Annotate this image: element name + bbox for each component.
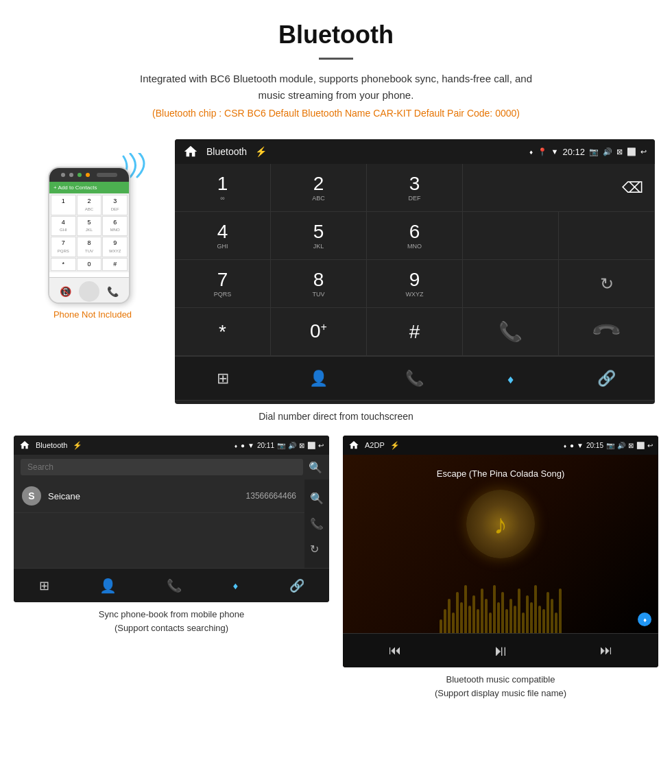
pb-nav-contacts[interactable]: 👤: [99, 578, 117, 594]
dial-key-9[interactable]: 9 WXYZ: [367, 260, 463, 308]
music-caption: Bluetooth music compatible(Support displ…: [435, 673, 566, 700]
eq-bar: [526, 595, 529, 633]
dial-call-red-cell[interactable]: 📞: [559, 308, 655, 356]
camera-icon: 📷: [589, 147, 599, 156]
header-specs: (Bluetooth chip : CSR BC6 Default Blueto…: [14, 108, 658, 119]
eq-bar: [481, 589, 483, 633]
pb-screen-icon: ⬜: [307, 442, 315, 449]
dial-key-2[interactable]: 2 ABC: [271, 164, 367, 212]
eq-bar: [505, 609, 508, 633]
pb-side-phone-icon[interactable]: 📞: [310, 517, 324, 530]
volume-icon: 🔊: [603, 147, 612, 156]
eq-bar: [460, 602, 463, 633]
pb-search-icon: 🔍: [309, 461, 322, 474]
bt-badge: ⬧: [638, 613, 651, 626]
eq-bar: [509, 599, 512, 633]
phone-dot-status: [77, 173, 82, 177]
pb-contact-area: S Seicane 13566664466 🔍 📞 ↻: [14, 479, 329, 568]
pb-search-input[interactable]: [21, 459, 303, 475]
phone-key-1: 1: [51, 195, 76, 215]
phone-key-7: 7PQRS: [51, 237, 76, 257]
pb-nav-grid[interactable]: ⊞: [39, 578, 49, 593]
nav-bluetooth-icon[interactable]: ⬧: [490, 370, 531, 388]
pb-side-search-icon[interactable]: 🔍: [310, 492, 324, 505]
phone-end-call-icon: 📵: [60, 286, 71, 297]
nav-link-icon[interactable]: 🔗: [586, 370, 627, 388]
pb-contact-initial: S: [22, 486, 41, 506]
eq-bar: [448, 599, 451, 633]
eq-bar: [452, 613, 455, 633]
music-prev-btn[interactable]: ⏮: [389, 643, 401, 658]
music-status-bar: A2DP ⚡ ⬧ ● ▼ 20:15 📷 🔊 ⊠ ⬜ ↩: [343, 436, 658, 455]
pb-bottom-nav: ⊞ 👤 📞 ⬧ 🔗: [14, 568, 329, 602]
pb-status-right: ⬧ ● ▼ 20:11 📷 🔊 ⊠ ⬜ ↩: [234, 442, 324, 449]
pb-contact-number: 13566664466: [246, 491, 296, 501]
dial-key-1[interactable]: 1 ∞: [175, 164, 271, 212]
pb-contact-item[interactable]: S Seicane 13566664466: [14, 479, 304, 513]
phone-key-6: 6MNO: [102, 216, 128, 237]
phone-screen: + Add to Contacts 1 2ABC 3DEF 4GHI 5JKL …: [49, 182, 129, 278]
music-album-art: ♪ ⬧: [466, 490, 535, 558]
eq-bar: [489, 613, 492, 633]
nav-grid-icon[interactable]: ⊞: [202, 370, 243, 388]
music-content-area: Escape (The Pina Colada Song) ♪ ⬧: [343, 455, 658, 633]
music-bt-icon: ⬧: [563, 442, 567, 449]
pb-title: Bluetooth: [36, 441, 67, 449]
eq-bar: [514, 606, 516, 633]
music-screenshot-box: A2DP ⚡ ⬧ ● ▼ 20:15 📷 🔊 ⊠ ⬜ ↩ Escape (The: [343, 436, 658, 700]
eq-bar: [530, 602, 533, 633]
pb-bt-icon: ⬧: [234, 442, 238, 449]
main-content-area: ⬧ + Add to Contacts 1 2ABC: [0, 139, 672, 404]
dial-key-4[interactable]: 4 GHI: [175, 212, 271, 260]
eq-bar: [485, 599, 488, 633]
music-next-btn[interactable]: ⏭: [600, 643, 612, 658]
back-icon: ↩: [640, 147, 647, 156]
dial-key-8[interactable]: 8 TUV: [271, 260, 367, 308]
music-loc-icon: ●: [570, 442, 574, 449]
phone-key-5: 5JKL: [77, 216, 102, 237]
phone-key-4: 4GHI: [51, 216, 76, 237]
dial-key-6[interactable]: 6 MNO: [367, 212, 463, 260]
music-signal-icon: ▼: [577, 442, 584, 449]
phone-key-2: 2ABC: [77, 195, 102, 215]
music-home-icon: [348, 440, 359, 451]
nav-contacts-icon[interactable]: 👤: [298, 370, 339, 388]
pb-nav-phone[interactable]: 📞: [167, 578, 182, 593]
dial-key-7[interactable]: 7 PQRS: [175, 260, 271, 308]
music-play-pause-btn[interactable]: ⏯: [493, 642, 508, 660]
dial-key-hash[interactable]: #: [367, 308, 463, 356]
music-caption-text: Bluetooth music compatible(Support displ…: [435, 674, 566, 698]
phone-key-star: *: [51, 258, 76, 271]
phone-body: + Add to Contacts 1 2ABC 3DEF 4GHI 5JKL …: [48, 167, 130, 304]
dial-empty-2-5: [559, 212, 655, 260]
dial-key-0[interactable]: 0+: [271, 308, 367, 356]
pb-signal-icon: ▼: [248, 442, 254, 449]
music-usb-icon: ⚡: [390, 441, 400, 450]
eq-bar: [534, 585, 537, 633]
pb-time: 20:11: [257, 442, 274, 449]
phone-wrapper: ⬧ + Add to Contacts 1 2ABC: [48, 153, 137, 304]
phone-key-hash: #: [102, 258, 128, 271]
nav-phone-icon[interactable]: 📞: [394, 370, 435, 388]
music-screen-icon: ⬜: [636, 442, 645, 449]
music-vol-icon: 🔊: [617, 442, 625, 449]
dial-empty-2-4: [463, 212, 559, 260]
car-unit-display: Bluetooth ⚡ ⬧ 📍 ▼ 20:12 📷 🔊 ⊠ ⬜ ↩ 1 ∞: [175, 139, 655, 404]
phone-illustration-section: ⬧ + Add to Contacts 1 2ABC: [17, 139, 168, 320]
dial-key-5[interactable]: 5 JKL: [271, 212, 367, 260]
dial-refresh-cell[interactable]: ↻: [559, 260, 655, 308]
pb-nav-link[interactable]: 🔗: [289, 578, 304, 593]
location-icon: 📍: [538, 147, 547, 156]
dial-key-3[interactable]: 3 DEF: [367, 164, 463, 212]
pb-nav-bt[interactable]: ⬧: [232, 578, 239, 593]
pb-home-icon: [19, 440, 30, 451]
dial-key-star[interactable]: *: [175, 308, 271, 356]
dial-call-green-cell[interactable]: 📞: [463, 308, 559, 356]
phone-top-bar: [49, 168, 129, 182]
music-status-right: ⬧ ● ▼ 20:15 📷 🔊 ⊠ ⬜ ↩: [563, 442, 653, 449]
eq-bar: [456, 592, 459, 633]
page-title: Bluetooth: [14, 21, 658, 49]
pb-side-refresh-icon[interactable]: ↻: [310, 543, 324, 556]
backspace-button[interactable]: ⌫: [622, 179, 643, 197]
dial-nav-row: ⊞ 👤 📞 ⬧ 🔗: [175, 356, 655, 401]
